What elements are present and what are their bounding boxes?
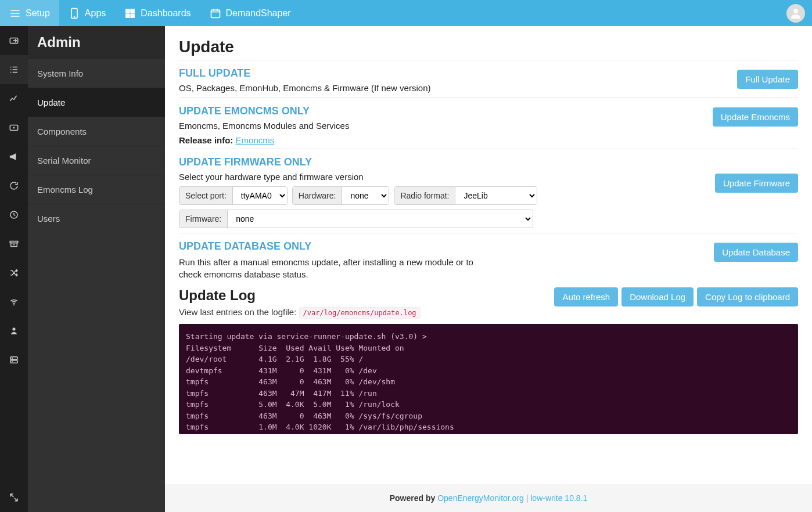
wifi-icon [9,297,19,307]
menu-icon [9,8,21,19]
icon-rail [0,26,28,512]
clock-icon [9,210,19,220]
divider [179,149,798,149]
release-link[interactable]: Emoncms [236,135,275,145]
sidebar-item-label: System Info [37,68,83,78]
sidebar-item-label: Components [37,127,87,136]
section-title: UPDATE EMONCMS ONLY [179,105,717,117]
footer-version[interactable]: low-write 10.8.1 [530,493,587,503]
update-database-button[interactable]: Update Database [714,243,798,262]
graph-icon [9,93,19,104]
nav-dashboards-label: Dashboards [141,8,191,19]
update-emoncms-button[interactable]: Update Emoncms [713,107,798,127]
svg-rect-17 [10,360,17,363]
list-icon [9,64,19,75]
divider [179,60,798,60]
nav-demandshaper[interactable]: DemandShaper [200,0,300,26]
full-update-button[interactable]: Full Update [737,70,798,89]
svg-point-1 [74,16,75,17]
rail-item-expand[interactable] [0,483,28,512]
auto-refresh-button[interactable]: Auto refresh [554,287,618,307]
rail-item-1[interactable] [0,26,28,55]
rail-item-2[interactable] [0,55,28,84]
server-icon [9,355,19,365]
dashboard-icon [124,8,136,19]
rail-item-3[interactable] [0,84,28,113]
sidebar-item-users[interactable]: Users [28,204,165,233]
sidebar: Admin System Info Update Components Seri… [28,26,165,512]
section-update-firmware: UPDATE FIRMWARE ONLY Select your hardwar… [179,156,798,228]
release-info: Release info: Emoncms [179,135,717,145]
sidebar-item-system-info[interactable]: System Info [28,59,165,88]
person-icon [9,326,19,336]
topbar: Setup Apps Dashboards DemandShaper [0,0,812,26]
section-update-database: UPDATE DATABASE ONLY Run this after a ma… [179,240,798,280]
hardware-field: Hardware: none [292,186,390,205]
svg-rect-6 [211,10,220,17]
hardware-label: Hardware: [293,187,343,204]
section-desc: OS, Packages, EmonHub, Emoncms & Firmwar… [179,83,717,93]
section-title: UPDATE DATABASE ONLY [179,240,717,253]
radio-select[interactable]: JeeLib [455,187,537,204]
sidebar-item-label: Update [37,98,65,107]
svg-point-18 [12,358,13,359]
archive-icon [9,239,19,249]
update-firmware-button[interactable]: Update Firmware [715,174,798,193]
section-desc: Emoncms, Emoncms Modules and Services [179,121,717,131]
nav-dashboards[interactable]: Dashboards [115,0,200,26]
svg-point-15 [13,328,16,331]
log-output[interactable]: Starting update via service-runner-updat… [179,324,798,434]
sidebar-item-label: Serial Monitor [37,156,91,165]
rail-item-8[interactable] [0,229,28,258]
rail-item-4[interactable] [0,113,28,142]
rail-item-9[interactable] [0,258,28,287]
rail-item-6[interactable] [0,171,28,200]
expand-icon [9,492,19,503]
radio-label: Radio format: [394,187,455,204]
port-select[interactable]: ttyAMA0 [233,187,287,204]
sidebar-item-emoncms-log[interactable]: Emoncms Log [28,175,165,204]
download-log-button[interactable]: Download Log [621,287,694,307]
nav-setup[interactable]: Setup [0,0,59,26]
svg-point-19 [12,361,13,362]
sidebar-title: Admin [28,26,165,59]
log-desc: View last entries on the logfile: [179,307,296,317]
nav-apps[interactable]: Apps [59,0,115,26]
svg-rect-3 [131,9,135,13]
log-desc-line: View last entries on the logfile: /var/l… [179,307,421,317]
refresh-icon [9,181,19,191]
user-avatar[interactable] [786,4,805,23]
copy-log-button[interactable]: Copy Log to clipboard [697,287,798,307]
svg-rect-2 [126,9,130,13]
main-content: Update FULL UPDATE OS, Packages, EmonHub… [165,26,812,512]
rail-item-7[interactable] [0,200,28,229]
firmware-select[interactable]: none [228,210,533,228]
input-icon [9,35,19,46]
log-header: Update Log View last entries on the logf… [179,287,798,317]
footer-separator: | [526,493,529,503]
visualize-icon [9,122,19,133]
rail-item-10[interactable] [0,287,28,316]
divider [179,98,798,98]
svg-rect-5 [131,13,135,17]
nav-demandshaper-label: DemandShaper [226,8,291,19]
sidebar-item-serial-monitor[interactable]: Serial Monitor [28,146,165,175]
sidebar-item-components[interactable]: Components [28,117,165,146]
footer: Powered by OpenEnergyMonitor.org | low-w… [165,484,812,512]
sidebar-item-update[interactable]: Update [28,88,165,117]
hardware-select[interactable]: none [342,187,389,204]
section-desc: Run this after a manual emoncms update, … [179,256,493,280]
footer-link[interactable]: OpenEnergyMonitor.org [437,493,524,503]
section-desc: Select your hardware type and firmware v… [179,172,717,182]
nav-apps-label: Apps [85,8,106,19]
firmware-label: Firmware: [179,210,228,228]
phone-icon [69,8,80,19]
rail-item-11[interactable] [0,316,28,345]
rail-item-12[interactable] [0,345,28,374]
rail-item-5[interactable] [0,142,28,171]
page-title: Update [179,38,798,56]
release-label: Release info: [179,135,233,145]
sidebar-item-label: Emoncms Log [37,185,93,194]
user-icon [789,6,803,20]
divider [179,233,798,233]
